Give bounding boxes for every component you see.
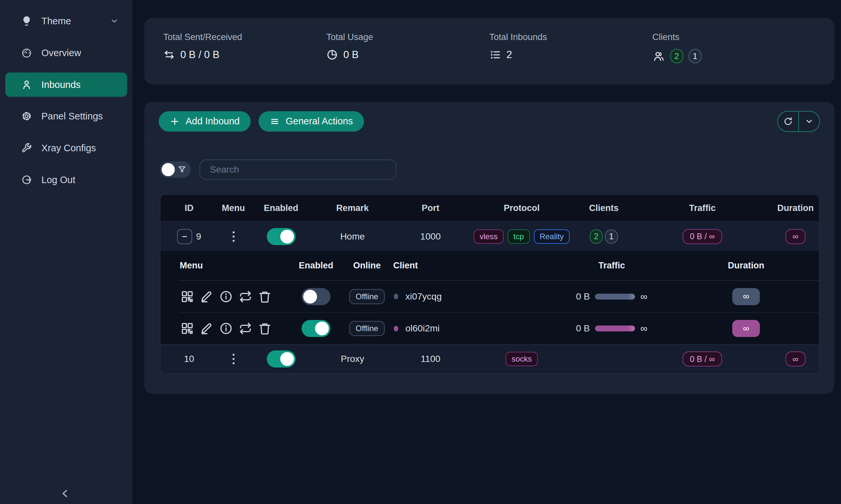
list-icon: [490, 49, 501, 61]
client-duration-badge: ∞: [732, 288, 760, 305]
reset-traffic-icon[interactable]: [239, 290, 252, 304]
delete-icon[interactable]: [258, 322, 272, 335]
stat-label: Clients: [652, 32, 816, 42]
stat-label: Total Usage: [326, 32, 489, 42]
row-menu-button[interactable]: [230, 229, 237, 244]
info-icon[interactable]: [219, 290, 233, 304]
inbound-port: 1100: [392, 354, 469, 364]
client-row: Offline ol60i2mi 0 B ∞ ∞: [180, 312, 819, 344]
sidebar-collapse-button[interactable]: [58, 487, 72, 500]
toolbar: Add Inbound General Actions: [144, 102, 835, 141]
traffic-badge: 0 B / ∞: [683, 352, 722, 366]
inbound-enabled-toggle[interactable]: [267, 228, 296, 245]
protocol-badge-socks: socks: [505, 352, 537, 366]
filter-row: [144, 141, 835, 180]
col-header-id: ID: [160, 203, 218, 213]
sidebar-item-inbounds[interactable]: Inbounds: [5, 73, 127, 97]
sidebar: Theme Overview Inbounds Panel Settings: [0, 0, 132, 504]
sub-col-online: Online: [341, 260, 393, 271]
inbound-port: 1000: [392, 231, 469, 242]
sub-col-duration: Duration: [672, 260, 819, 271]
person-icon: [21, 79, 32, 90]
duration-badge: ∞: [786, 229, 806, 244]
stat-value: 0 B: [343, 49, 359, 61]
clients-online-badge: 2: [670, 49, 683, 63]
bulb-icon: [21, 15, 32, 26]
stat-label: Total Sent/Received: [163, 32, 326, 42]
inbound-id: 10: [184, 354, 194, 364]
inbound-clients-panel: Menu Enabled Online Client Traffic Durat…: [160, 251, 819, 344]
menu-lines-icon: [270, 116, 279, 126]
edit-icon[interactable]: [200, 290, 213, 304]
search-input[interactable]: [200, 160, 396, 180]
traffic-progress-bar: [595, 325, 635, 331]
inbound-remark: Home: [313, 231, 392, 242]
inbound-enabled-toggle[interactable]: [267, 350, 296, 367]
sidebar-item-label: Xray Configs: [41, 143, 96, 154]
add-inbound-button[interactable]: Add Inbound: [159, 111, 251, 131]
refresh-icon: [783, 116, 793, 127]
stat-label: Total Inbounds: [490, 32, 652, 42]
refresh-options-button[interactable]: [798, 111, 819, 131]
filter-toggle[interactable]: [160, 161, 191, 178]
clients-deactivated-badge: 1: [689, 49, 702, 63]
general-actions-button[interactable]: General Actions: [259, 111, 364, 131]
inbound-row: 9 Home 1000 vless tcp Reality 2 1: [160, 222, 819, 251]
client-traffic-limit: ∞: [640, 323, 647, 334]
protocol-badge-vless: vless: [474, 229, 504, 244]
sidebar-item-label: Log Out: [41, 175, 75, 185]
sidebar-item-log-out[interactable]: Log Out: [5, 168, 127, 192]
client-count-online: 2: [590, 229, 603, 244]
chevron-left-icon: [58, 487, 72, 500]
general-actions-label: General Actions: [286, 116, 353, 127]
users-icon: [652, 50, 665, 62]
chevron-down-icon: [110, 17, 119, 25]
traffic-progress-bar: [595, 294, 635, 300]
chevron-down-icon: [804, 116, 814, 126]
pie-chart-icon: [326, 49, 338, 61]
sub-col-client: Client: [393, 260, 551, 271]
funnel-icon: [177, 165, 187, 174]
reset-traffic-icon[interactable]: [239, 322, 252, 335]
client-enabled-toggle[interactable]: [302, 320, 330, 337]
row-menu-button[interactable]: [230, 352, 237, 366]
refresh-split-button: [777, 111, 820, 132]
refresh-button[interactable]: [778, 111, 798, 131]
stat-total-sent-received: Total Sent/Received 0 B / 0 B: [163, 32, 326, 84]
stat-total-inbounds: Total Inbounds 2: [490, 32, 652, 84]
client-enabled-toggle[interactable]: [302, 288, 330, 305]
inbounds-panel: Add Inbound General Actions: [144, 102, 835, 394]
col-header-duration: Duration: [771, 203, 819, 213]
stats-card: Total Sent/Received 0 B / 0 B Total Usag…: [144, 18, 835, 84]
stat-clients: Clients 2 1: [652, 32, 816, 84]
collapse-row-button[interactable]: [177, 229, 192, 244]
client-color-dot: [394, 294, 398, 299]
sidebar-item-theme[interactable]: Theme: [5, 9, 127, 33]
traffic-badge: 0 B / ∞: [683, 229, 722, 244]
sidebar-item-label: Theme: [41, 16, 71, 26]
add-inbound-label: Add Inbound: [186, 116, 240, 127]
sidebar-item-overview[interactable]: Overview: [5, 41, 127, 65]
toggle-knob: [161, 163, 175, 176]
qr-code-icon[interactable]: [181, 322, 194, 335]
col-header-enabled: Enabled: [249, 203, 313, 213]
client-traffic-limit: ∞: [640, 291, 647, 302]
col-header-port: Port: [392, 203, 469, 213]
delete-icon[interactable]: [258, 290, 272, 304]
sidebar-item-panel-settings[interactable]: Panel Settings: [5, 104, 127, 128]
logout-icon: [21, 174, 32, 185]
sidebar-item-xray-configs[interactable]: Xray Configs: [5, 136, 127, 160]
stat-total-usage: Total Usage 0 B: [326, 32, 489, 84]
edit-icon[interactable]: [200, 322, 213, 335]
clients-header-row: Menu Enabled Online Client Traffic Durat…: [180, 251, 819, 281]
wrench-icon: [21, 142, 32, 154]
protocol-badge-tcp: tcp: [508, 229, 530, 244]
info-icon[interactable]: [219, 322, 233, 335]
client-status-badge: Offline: [349, 321, 385, 336]
sidebar-item-label: Panel Settings: [41, 111, 103, 122]
qr-code-icon[interactable]: [181, 290, 194, 304]
inbound-id: 9: [196, 231, 201, 242]
col-header-remark: Remark: [313, 203, 392, 213]
col-header-protocol: Protocol: [469, 203, 574, 213]
client-status-badge: Offline: [349, 289, 385, 304]
